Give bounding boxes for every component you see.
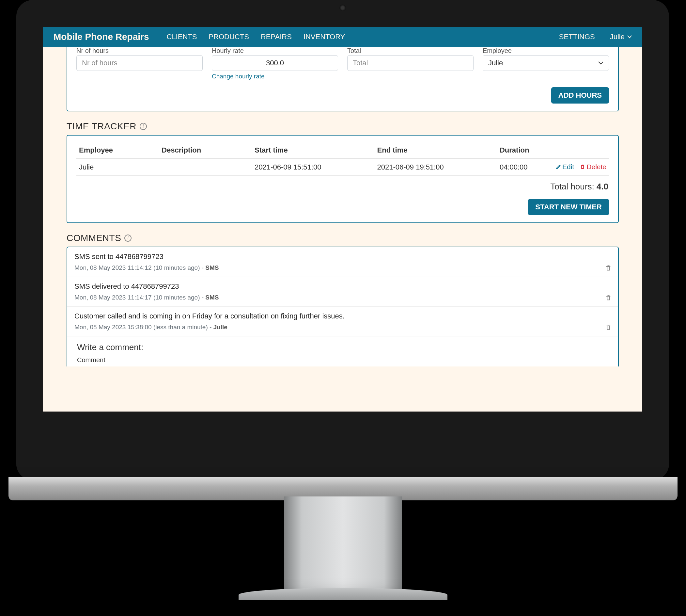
delete-comment-button[interactable] — [605, 294, 612, 301]
comment-time: Mon, 08 May 2023 11:14:17 (10 minutes ag… — [74, 294, 200, 301]
trash-icon — [580, 164, 585, 170]
screen: Mobile Phone Repairs CLIENTS PRODUCTS RE… — [43, 27, 642, 412]
cell-duration: 04:00:00 — [497, 159, 549, 176]
comment-meta: Mon, 08 May 2023 11:14:12 (10 minutes ag… — [74, 264, 611, 271]
camera-dot — [339, 5, 346, 11]
edit-label: Edit — [562, 163, 574, 171]
delete-label: Delete — [587, 163, 607, 171]
cell-end: 2021-06-09 19:51:00 — [375, 159, 497, 176]
delete-link[interactable]: Delete — [580, 163, 607, 171]
time-tracker-panel: Employee Description Start time End time… — [67, 135, 619, 223]
time-tracker-heading: TIME TRACKER i — [67, 121, 619, 132]
comment-field-label: Comment — [77, 356, 608, 364]
th-end: End time — [375, 142, 497, 159]
employee-select-value: Julie — [488, 59, 503, 67]
imac-foot — [238, 588, 448, 600]
trash-icon — [605, 265, 612, 271]
nr-hours-label: Nr of hours — [76, 47, 203, 54]
info-icon[interactable]: i — [124, 235, 132, 242]
comment-item: SMS delivered to 447868799723 Mon, 08 Ma… — [67, 277, 618, 307]
hours-form-panel: Nr of hours Hourly rate Change hourly ra… — [67, 47, 619, 111]
comment-body: SMS sent to 447868799723 — [74, 252, 611, 261]
total-hours-value: 4.0 — [597, 182, 608, 191]
total-label: Total — [347, 47, 474, 54]
employee-select[interactable]: Julie — [483, 55, 609, 71]
nav-repairs[interactable]: REPAIRS — [261, 33, 292, 41]
nav-settings[interactable]: SETTINGS — [559, 33, 595, 41]
nav-clients[interactable]: CLIENTS — [167, 33, 197, 41]
comments-title: COMMENTS — [67, 233, 121, 243]
app-root: Mobile Phone Repairs CLIENTS PRODUCTS RE… — [43, 27, 642, 412]
total-input[interactable] — [347, 55, 474, 71]
comment-item: SMS sent to 447868799723 Mon, 08 May 202… — [67, 247, 618, 277]
th-start: Start time — [252, 142, 374, 159]
pencil-icon — [556, 164, 561, 170]
user-name: Julie — [610, 33, 625, 41]
add-hours-button[interactable]: ADD HOURS — [551, 87, 609, 104]
imac-chin — [16, 412, 669, 480]
comment-body: Customer called and is coming in on Frid… — [74, 312, 611, 321]
employee-label: Employee — [483, 47, 609, 54]
delete-comment-button[interactable] — [605, 324, 612, 331]
trash-icon — [605, 324, 612, 331]
comment-time: Mon, 08 May 2023 11:14:12 (10 minutes ag… — [74, 264, 200, 271]
comments-heading: COMMENTS i — [67, 233, 619, 243]
caret-down-icon — [627, 35, 632, 39]
write-comment-section: Write a comment: Comment — [67, 336, 618, 367]
user-menu[interactable]: Julie — [610, 33, 632, 41]
table-row: Julie 2021-06-09 15:51:00 2021-06-09 19:… — [76, 159, 609, 176]
brand: Mobile Phone Repairs — [53, 32, 149, 42]
cell-start: 2021-06-09 15:51:00 — [252, 159, 374, 176]
cell-employee: Julie — [76, 159, 159, 176]
imac-frame: Mobile Phone Repairs CLIENTS PRODUCTS RE… — [16, 0, 669, 480]
comments-panel: SMS sent to 447868799723 Mon, 08 May 202… — [67, 247, 619, 367]
info-icon[interactable]: i — [140, 123, 147, 130]
comment-meta: Mon, 08 May 2023 15:38:00 (less than a m… — [74, 324, 611, 331]
hourly-rate-input[interactable] — [212, 55, 338, 71]
comment-body: SMS delivered to 447868799723 — [74, 282, 611, 291]
start-new-timer-button[interactable]: START NEW TIMER — [528, 199, 609, 215]
hourly-rate-label: Hourly rate — [212, 47, 338, 54]
navbar: Mobile Phone Repairs CLIENTS PRODUCTS RE… — [43, 27, 642, 47]
total-hours-label: Total hours: — [550, 182, 594, 191]
cell-description — [159, 159, 252, 176]
trash-icon — [605, 294, 612, 301]
nav-inventory[interactable]: INVENTORY — [303, 33, 345, 41]
th-employee: Employee — [76, 142, 159, 159]
comment-author: Julie — [213, 324, 227, 331]
write-comment-heading: Write a comment: — [77, 342, 608, 352]
delete-comment-button[interactable] — [605, 265, 612, 271]
nav-products[interactable]: PRODUCTS — [209, 33, 249, 41]
edit-link[interactable]: Edit — [556, 163, 574, 171]
imac-neck — [284, 497, 402, 594]
time-tracker-title: TIME TRACKER — [67, 121, 136, 132]
total-hours-line: Total hours: 4.0 — [77, 182, 608, 192]
time-tracker-table: Employee Description Start time End time… — [76, 142, 609, 176]
change-hourly-rate-link[interactable]: Change hourly rate — [212, 73, 338, 80]
th-duration: Duration — [497, 142, 549, 159]
comment-author: SMS — [205, 294, 219, 301]
comment-time: Mon, 08 May 2023 15:38:00 (less than a m… — [74, 324, 208, 331]
comment-item: Customer called and is coming in on Frid… — [67, 307, 618, 336]
nr-hours-input[interactable] — [76, 55, 203, 71]
th-description: Description — [159, 142, 252, 159]
comment-author: SMS — [205, 264, 219, 271]
comment-meta: Mon, 08 May 2023 11:14:17 (10 minutes ag… — [74, 294, 611, 301]
